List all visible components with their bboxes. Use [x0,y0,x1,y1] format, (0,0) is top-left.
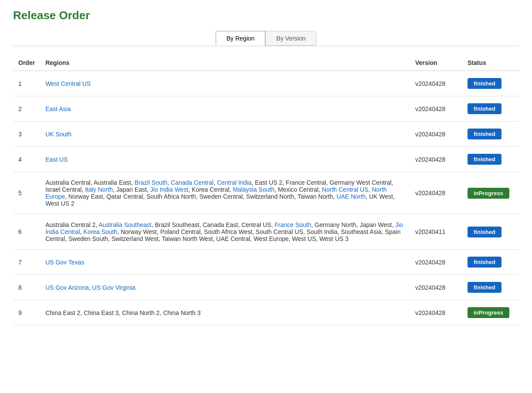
cell-regions: Australia Central 2, Australia Southeast… [40,214,410,250]
cell-regions: US Gov Texas [40,250,410,275]
cell-regions: East US [40,147,410,172]
cell-order: 3 [13,122,40,147]
region-text: , Korea Central, [188,186,233,193]
col-header-version: Version [410,55,462,71]
cell-regions: China East 2, China East 3, China North … [40,300,410,325]
table-row: 7US Gov Texasv20240428finished [13,250,519,275]
region-link[interactable]: Central India [217,179,251,186]
cell-status: finished [462,214,519,250]
cell-status: finished [462,96,519,122]
tab-by-version[interactable]: By Version [265,31,316,46]
region-link[interactable]: Brazil South [135,179,167,186]
cell-regions: US Gov Arizona, US Gov Virginia [40,275,410,300]
region-text: , Germany North, Japan West, [311,221,395,228]
region-text: , [91,179,94,186]
table-row: 8US Gov Arizona, US Gov Virginiav2024042… [13,275,519,300]
tab-by-region[interactable]: By Region [216,31,266,46]
cell-regions: East Asia [40,96,410,122]
cell-regions: Australia Central, Australia East, Brazi… [40,172,410,214]
cell-order: 5 [13,172,40,214]
col-header-order: Order [13,55,40,71]
region-text: , [131,179,135,186]
cell-version: v20240411 [410,214,462,250]
table-row: 3UK Southv20240428finished [13,122,519,147]
cell-status: finished [462,275,519,300]
region-link[interactable]: UK South [45,131,71,138]
region-text: , Mexico Central, [274,186,322,193]
table-row: 5Australia Central, Australia East, Braz… [13,172,519,214]
region-link[interactable]: Australia Southeast [98,221,151,228]
table-row: 2East Asiav20240428finished [13,96,519,122]
region-link[interactable]: East Asia [45,105,71,112]
cell-version: v20240428 [410,147,462,172]
cell-order: 4 [13,147,40,172]
cell-version: v20240428 [410,300,462,325]
table-row: 6Australia Central 2, Australia Southeas… [13,214,519,250]
status-badge: finished [468,257,502,268]
col-header-status: Status [462,55,519,71]
region-link[interactable]: France South [274,221,311,228]
region-link[interactable]: US Gov Texas [45,259,84,266]
region-link[interactable]: Italy North [85,186,113,193]
cell-version: v20240428 [410,96,462,122]
status-badge: finished [468,103,502,114]
cell-status: inProgress [462,172,519,214]
cell-version: v20240428 [410,71,462,96]
region-link[interactable]: East US [45,156,68,163]
region-text: Australia Central [45,179,91,186]
region-link[interactable]: US Gov Arizona [45,284,89,291]
region-link[interactable]: Korea South [83,228,117,235]
cell-order: 7 [13,250,40,275]
page-title: Release Order [13,9,519,22]
table-row: 4East USv20240428finished [13,147,519,172]
cell-version: v20240428 [410,250,462,275]
region-link[interactable]: North Central US [322,186,369,193]
region-link[interactable]: West Central US [45,80,91,87]
region-text: , [89,284,92,291]
region-text: , [213,179,217,186]
region-text: , Brazil Southeast, Canada East, Central… [152,221,274,228]
col-header-regions: Regions [40,55,410,71]
region-text: Australia East [94,179,131,186]
cell-order: 1 [13,71,40,96]
cell-status: finished [462,250,519,275]
cell-status: finished [462,147,519,172]
region-text: Australia Central 2, [45,221,98,228]
region-text: , Norway East, Qatar Central, South Afri… [65,193,336,200]
release-order-table: Order Regions Version Status 1West Centr… [13,55,519,325]
cell-status: finished [462,71,519,96]
status-badge: finished [468,129,502,139]
cell-order: 9 [13,300,40,325]
cell-order: 2 [13,96,40,122]
cell-status: finished [462,122,519,147]
cell-order: 6 [13,214,40,250]
cell-version: v20240428 [410,172,462,214]
table-row: 1West Central USv20240428finished [13,71,519,96]
region-text: , Japan East, [113,186,150,193]
region-link[interactable]: Malaysia South [233,186,274,193]
status-badge: finished [468,78,502,89]
table-row: 9China East 2, China East 3, China North… [13,300,519,325]
tab-divider [13,46,519,46]
region-link[interactable]: US Gov Virginia [92,284,136,291]
cell-order: 8 [13,275,40,300]
status-badge: inProgress [468,307,509,318]
cell-version: v20240428 [410,122,462,147]
cell-status: inProgress [462,300,519,325]
tab-bar: By Region By Version [13,31,519,46]
cell-regions: West Central US [40,71,410,96]
cell-version: v20240428 [410,275,462,300]
region-link[interactable]: UAE North [336,193,366,200]
region-link[interactable]: Canada Central [171,179,213,186]
status-badge: finished [468,282,502,293]
cell-regions: UK South [40,122,410,147]
status-badge: finished [468,227,502,237]
region-link[interactable]: Jio India West [150,186,189,193]
status-badge: finished [468,154,502,165]
region-text: China East 2, China East 3, China North … [45,309,200,316]
region-text: , [167,179,171,186]
status-badge: inProgress [468,188,509,199]
